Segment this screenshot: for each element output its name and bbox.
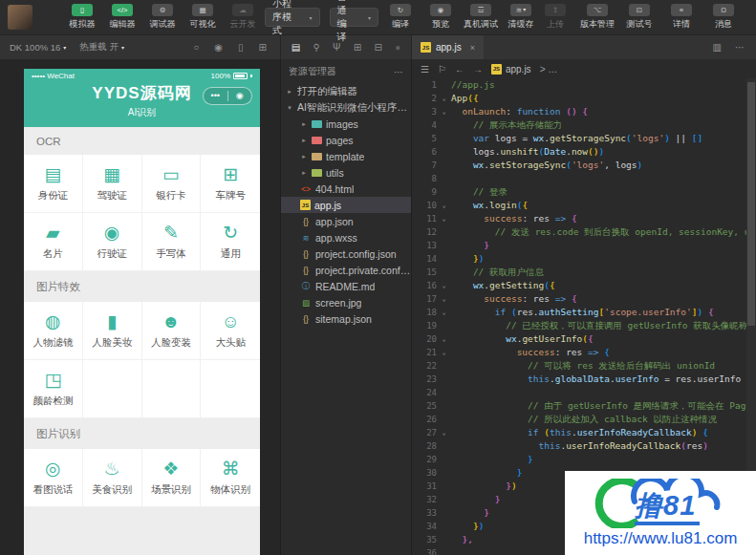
feature-handwriting[interactable]: ✎ 手写体 [142, 213, 202, 271]
fold-arrow-icon[interactable]: ⌄ [437, 292, 451, 306]
mode-select[interactable]: 小程序模式 ▾ [265, 8, 320, 27]
line-number: 7 [412, 159, 437, 172]
more-dots-icon[interactable]: ••• [204, 88, 227, 104]
test-account-button[interactable]: ⊡ 测试号 [622, 4, 657, 31]
tree-item-app.js[interactable]: JS app.js [281, 197, 411, 213]
git-branch-icon[interactable]: Ψ [333, 42, 340, 53]
tree-item-project.private.config.js…[interactable]: {} project.private.config.js… [281, 262, 411, 278]
feature-idcard[interactable]: ▤ 身份证 [24, 155, 83, 213]
device-frame-icon[interactable]: ▯ [238, 42, 244, 53]
cloud-dev-button[interactable]: ☁ 云开发 [226, 4, 260, 31]
feature-face-costume[interactable]: ☻ 人脸变装 [142, 302, 202, 360]
more-actions-icon[interactable]: ⋯ [735, 42, 745, 53]
feature-object-recognition[interactable]: ⌘ 物体识别 [201, 449, 260, 507]
tree-item-app.wxss[interactable]: ≋ app.wxss [281, 229, 411, 245]
fold-arrow-icon[interactable]: ⌄ [437, 306, 451, 319]
code-text: }, [451, 533, 473, 546]
debugger-button[interactable]: ⚙ 调试器 [145, 4, 180, 31]
back-icon[interactable]: ← [455, 64, 464, 75]
bookmark-icon[interactable]: ⚐ [438, 64, 446, 75]
fold-arrow-icon[interactable]: ⌄ [437, 199, 451, 212]
compile-mode-select[interactable]: 普通编译 ▾ [330, 8, 378, 27]
fold-arrow-icon[interactable]: ⌄ [437, 212, 451, 225]
forward-icon[interactable]: → [473, 64, 483, 75]
close-icon[interactable]: × [470, 43, 475, 53]
compile-button[interactable]: ↻ 编译 [383, 4, 418, 31]
feature-age-detect[interactable]: ◳ 颜龄检测 [24, 360, 83, 418]
code-text: }) [451, 520, 484, 533]
feature-image-caption[interactable]: ◎ 看图说话 [24, 449, 83, 507]
target-icon[interactable]: ◉ [228, 88, 252, 104]
scrollbar-thumb[interactable] [747, 82, 755, 326]
code-text: } [451, 466, 522, 480]
tree-item-打开的编辑器[interactable]: ▸ 打开的编辑器 [281, 83, 411, 99]
tree-item-AI智能识别微信小程序源码[interactable]: ▾ AI智能识别微信小程序源码 [281, 99, 411, 116]
folder-icon [312, 120, 322, 128]
feature-face-makeup[interactable]: ▮ 人脸美妆 [83, 302, 142, 360]
tree-item-pages[interactable]: ▸ pages [281, 132, 411, 148]
search-icon[interactable]: ⚲ [313, 42, 319, 53]
hot-reload-toggle[interactable]: 热重载 开 ▾ [79, 41, 124, 53]
line-number: 33 [412, 506, 437, 520]
fold-arrow-icon[interactable]: ⌄ [437, 332, 451, 346]
fold-arrow-icon[interactable]: ⌄ [437, 105, 451, 118]
feature-driver-license[interactable]: ▦ 驾驶证 [83, 155, 142, 213]
multi-window-icon[interactable]: ⊞ [259, 42, 267, 53]
outline-icon[interactable]: ☰ [421, 64, 429, 75]
tree-item-template[interactable]: ▸ template [281, 148, 411, 164]
clear-cache-button[interactable]: ≋▾ 清缓存 [504, 4, 538, 31]
tab-app-js[interactable]: JS app.js × [412, 35, 484, 60]
package-icon[interactable]: ⊟ [375, 42, 382, 53]
breadcrumb-icons: ☰⚐←→ [421, 64, 483, 75]
feature-scene-recognition[interactable]: ❖ 场景识别 [142, 449, 202, 507]
files-icon[interactable]: ▤ [292, 42, 300, 53]
messages-button[interactable]: Ω 消息 [706, 4, 741, 31]
device-zoom-value: DK 100% 16 [10, 42, 60, 53]
line-number: 21 [412, 346, 437, 359]
feature-vehicle-license[interactable]: ◉ 行驶证 [83, 213, 142, 271]
fold-arrow-icon[interactable]: ⌄ [437, 279, 451, 292]
split-editor-icon[interactable]: ▥ [713, 42, 722, 53]
gutter-space [437, 533, 451, 546]
tree-item-label: README.md [315, 281, 375, 292]
simulator-button[interactable]: ▯ 模拟器 [65, 4, 99, 31]
lu81-url[interactable]: https://www.lu81.com [584, 529, 738, 548]
explorer-more-icon[interactable]: ⋯ [394, 67, 403, 77]
tree-item-README.md[interactable]: ⓘ README.md [281, 278, 411, 294]
device-debug-button[interactable]: ☲ 真机调试 [464, 4, 498, 31]
record-icon[interactable]: ◉ [214, 42, 223, 53]
upload-button[interactable]: ↥ 上传 [538, 4, 572, 31]
version-manage-button[interactable]: ⌥ 版本管理 [580, 4, 615, 31]
user-avatar[interactable] [8, 5, 32, 30]
image-icon: ▧ [300, 298, 312, 308]
feature-food-recognition[interactable]: ♨ 美食识别 [83, 449, 142, 507]
breadcrumb-file[interactable]: JS app.js [491, 64, 531, 75]
tree-item-images[interactable]: ▸ images [281, 116, 411, 132]
preview-button[interactable]: ◉ 预览 [423, 4, 458, 31]
tree-item-404.html[interactable]: <> 404.html [281, 181, 411, 197]
feature-license-plate[interactable]: ⊞ 车牌号 [201, 155, 260, 213]
tree-item-sitemap.json[interactable]: {} sitemap.json [281, 310, 411, 327]
fold-arrow-icon[interactable]: ⌄ [437, 346, 451, 359]
grid-icon[interactable]: ⊞ [354, 42, 361, 53]
fold-arrow-icon[interactable]: ⌄ [437, 426, 451, 439]
capsule-menu[interactable]: ••• ◉ [203, 87, 252, 105]
feature-sticker[interactable]: ☺ 大头贴 [201, 302, 260, 360]
feature-person-filter[interactable]: ◍ 人物滤镜 [24, 302, 83, 360]
feature-bank-card[interactable]: ▭ 银行卡 [142, 155, 202, 213]
visualization-button[interactable]: ▦ 可视化 [185, 4, 220, 31]
tree-item-screen.jpg[interactable]: ▧ screen.jpg [281, 294, 411, 310]
device-zoom-select[interactable]: DK 100% 16 ▾ [10, 42, 66, 53]
editor-button[interactable]: </> 编辑器 [105, 4, 140, 31]
feature-general-ocr[interactable]: ↻ 通用 [201, 213, 260, 271]
tree-item-project.config.json[interactable]: {} project.config.json [281, 245, 411, 262]
cloud-sync-icon[interactable]: ● [395, 42, 400, 53]
feature-business-card[interactable]: ▰ 名片 [24, 213, 83, 271]
rotate-icon[interactable]: ○ [193, 42, 199, 53]
line-number: 27 [412, 426, 437, 439]
line-number: 13 [412, 239, 437, 252]
details-button[interactable]: ≡ 详情 [664, 4, 699, 31]
tree-item-utils[interactable]: ▸ utils [281, 164, 411, 181]
tree-item-app.json[interactable]: {} app.json [281, 213, 411, 229]
fold-arrow-icon[interactable]: ⌄ [437, 92, 451, 105]
